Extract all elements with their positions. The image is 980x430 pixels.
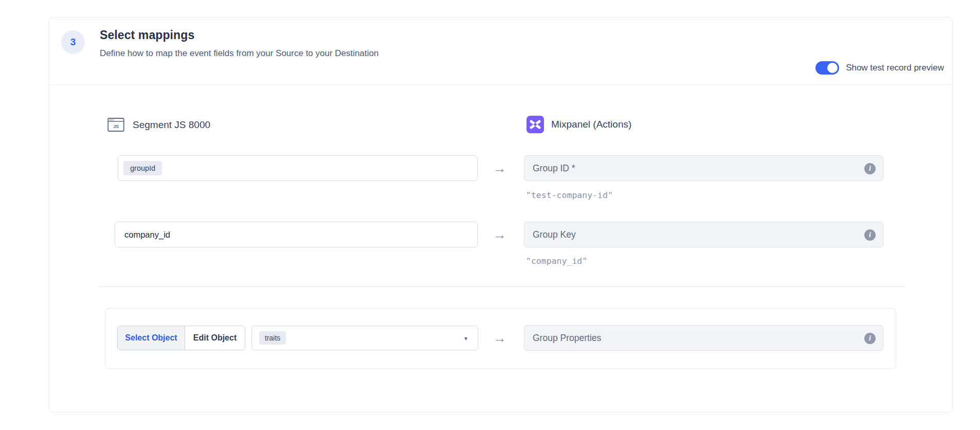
select-object-button[interactable]: Select Object	[118, 326, 185, 350]
test-record-preview-toggle-row: Show test record preview	[815, 61, 944, 75]
page-title: Select mappings	[100, 28, 194, 42]
step-number: 3	[70, 37, 76, 48]
mixpanel-icon	[527, 116, 544, 133]
mapping-arrow-icon: →	[489, 325, 510, 351]
header-divider	[49, 84, 952, 85]
step-number-badge: 3	[61, 30, 85, 54]
destination-field-label: Group Key	[533, 229, 576, 240]
svg-text:JS: JS	[113, 124, 119, 129]
object-token-chip: traits	[259, 331, 286, 345]
source-name: Segment JS 8000	[133, 119, 210, 131]
source-field-input-group-key[interactable]: company_id	[115, 222, 478, 247]
toggle-knob	[827, 63, 838, 73]
js-browser-icon: JS	[106, 115, 125, 134]
page-subtitle: Define how to map the event fields from …	[100, 48, 378, 59]
section-divider	[98, 286, 905, 287]
source-header: JS Segment JS 8000	[106, 115, 210, 134]
edit-object-button[interactable]: Edit Object	[185, 326, 245, 350]
source-field-input-group-id[interactable]: groupId	[118, 155, 478, 181]
object-source-dropdown[interactable]: traits ▾	[251, 326, 478, 350]
show-test-record-preview-toggle[interactable]	[815, 61, 839, 75]
info-icon[interactable]: i	[864, 229, 876, 241]
mapping-arrow-icon: →	[489, 222, 510, 247]
destination-name: Mixpanel (Actions)	[551, 119, 631, 130]
destination-field-group-properties: Group Properties i	[524, 325, 883, 351]
destination-field-group-key: Group Key i	[524, 222, 883, 247]
destination-header: Mixpanel (Actions)	[527, 116, 631, 133]
destination-field-label: Group Properties	[533, 333, 601, 344]
test-preview-value: "company_id"	[526, 256, 587, 266]
test-preview-value: "test-company-id"	[526, 190, 613, 200]
mapping-arrow-icon: →	[489, 155, 510, 181]
destination-field-group-id: Group ID * i	[524, 155, 883, 181]
info-icon[interactable]: i	[864, 163, 876, 174]
object-mode-segmented-control: Select Object Edit Object	[117, 326, 245, 350]
select-mappings-card: 3 Select mappings Define how to map the …	[49, 17, 953, 413]
info-icon[interactable]: i	[864, 333, 876, 344]
chevron-down-icon: ▾	[464, 335, 467, 342]
source-token-chip[interactable]: groupId	[123, 161, 162, 175]
source-field-value: company_id	[124, 230, 170, 240]
destination-field-label: Group ID *	[533, 163, 575, 174]
toggle-label: Show test record preview	[846, 63, 944, 73]
